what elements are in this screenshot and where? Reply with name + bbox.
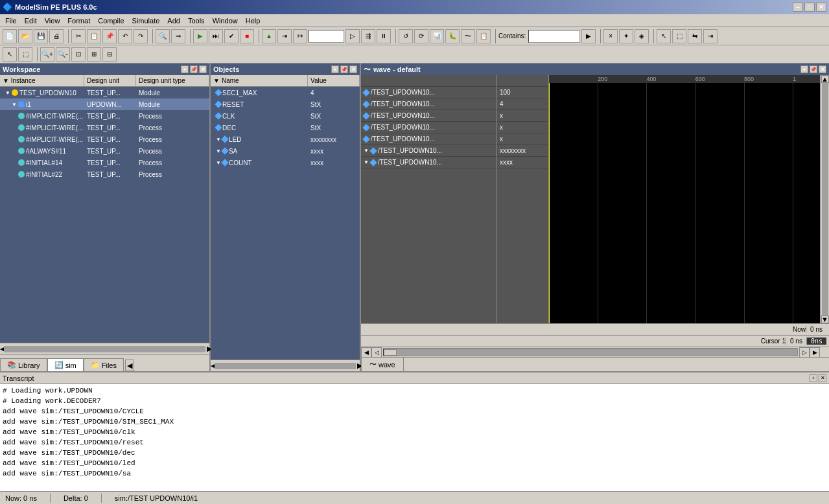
minimize-button[interactable]: ─ [793,3,803,12]
wave-tab[interactable]: 〜 wave [361,357,404,371]
run-cont-button[interactable]: ⇶ [361,29,375,43]
menu-edit[interactable]: Edit [21,16,41,26]
object-row[interactable]: DEC StX [211,122,360,133]
scroll-left-btn[interactable]: ◀ [211,361,213,370]
menu-view[interactable]: View [41,16,64,26]
end-button[interactable]: ⇥ [703,29,718,43]
paste-button[interactable]: 📌 [102,29,117,43]
findnext-button[interactable]: ⇒ [171,29,185,43]
wave2-button[interactable]: ⬚ [18,47,32,62]
debug-button[interactable]: 🐛 [445,29,460,43]
bp-button2[interactable]: ✦ [619,29,633,43]
cursor-button[interactable]: ↖ [657,29,671,43]
cut-button[interactable]: ✂ [71,29,86,43]
menu-tools[interactable]: Tools [184,16,209,26]
save-button[interactable]: 💾 [34,29,48,43]
wave-signal-row[interactable]: /TEST_UPDOWN10... [361,98,496,110]
col-instance[interactable]: ▼ Instance [0,75,84,86]
profile-button[interactable]: 📊 [430,29,444,43]
scroll-right-btn[interactable]: ▶ [207,345,209,353]
object-row[interactable]: CLK StX [211,110,360,122]
open-button[interactable]: 📂 [18,29,32,43]
zoomin-button[interactable]: 🔍+ [40,47,54,62]
tree-row[interactable]: #ALWAYS#11 TEST_UP... Process [0,145,209,157]
hscroll-next-btn[interactable]: ▷ [799,347,810,358]
wave-button[interactable]: 〜 [461,29,475,43]
menu-simulate[interactable]: Simulate [128,16,164,26]
zoom-button[interactable]: ⇆ [688,29,702,43]
col-design-unit[interactable]: Design unit [84,75,136,86]
col-design-unit-type[interactable]: Design unit type [136,75,209,86]
object-row[interactable]: ▼ COUNT xxxx [211,157,360,168]
object-row[interactable]: RESET StX [211,98,360,110]
wave-signal-row[interactable]: /TEST_UPDOWN10... [361,133,496,145]
compile-all-button[interactable]: ⏭ [209,29,223,43]
collapse-btn[interactable]: ◀ [125,360,134,371]
wave-pin-btn[interactable]: 📌 [810,65,817,73]
menu-window[interactable]: Window [209,16,242,26]
select2-button[interactable]: ↖ [3,47,17,62]
break-button[interactable]: ⏸ [377,29,391,43]
expand-icon[interactable]: ▼ [364,148,369,154]
wave-signal-row[interactable]: /TEST_UPDOWN10... [361,110,496,122]
tree-row[interactable]: #IMPLICIT-WIRE(... TEST_UP... Process [0,133,209,145]
tree-row[interactable]: #IMPLICIT-WIRE(... TEST_UP... Process [0,122,209,133]
zoomout-button[interactable]: 🔍- [56,47,70,62]
select-button[interactable]: ⬚ [672,29,686,43]
tab-sim[interactable]: 🔄 sim [47,358,84,371]
zoomfit-button[interactable]: ⊡ [71,47,86,62]
log-button[interactable]: 📋 [476,29,491,43]
expand-icon[interactable]: ▼ [364,159,369,165]
new-button[interactable]: 📄 [3,29,17,43]
bp-button3[interactable]: ◈ [635,29,649,43]
transcript-content[interactable]: # Loading work.UPDOWN # Loading work.DEC… [0,384,829,491]
menu-compile[interactable]: Compile [94,16,128,26]
print-button[interactable]: 🖨 [49,29,64,43]
workspace-expand-btn[interactable]: + [181,65,189,73]
scroll-track[interactable] [4,346,205,352]
menu-format[interactable]: Format [64,16,94,26]
compile-button[interactable]: ▶ [193,29,207,43]
objects-close-btn[interactable]: ✕ [349,65,357,73]
bp-button1[interactable]: × [603,29,618,43]
hscroll-thumb[interactable] [384,349,397,356]
zoomsel-button[interactable]: ⊞ [87,47,101,62]
transcript-close-btn[interactable]: ✕ [819,374,826,382]
hscroll-track[interactable] [383,349,798,356]
menu-help[interactable]: Help [242,16,264,26]
zoomfull-button[interactable]: ⊟ [102,47,117,62]
tree-row[interactable]: ▼ TEST_UPDOWN10 TEST_UP... Module [0,87,209,98]
objects-pin-btn[interactable]: 📌 [340,65,348,73]
wave-signal-row[interactable]: /TEST_UPDOWN10... [361,87,496,98]
stop-button[interactable]: ■ [240,29,254,43]
scroll-right-btn[interactable]: ▶ [357,361,360,370]
wave-signal-row[interactable]: ▼ /TEST_UPDOWN10... [361,157,496,168]
sim-step-button[interactable]: ⇥ [277,29,292,43]
find-button[interactable]: 🔍 [156,29,170,43]
obj-col-name[interactable]: ▼ Name [211,75,308,86]
transcript-expand-btn[interactable]: + [810,374,817,382]
tree-row[interactable]: ▼ i1 UPDOWN... Module [0,98,209,110]
restart-button[interactable]: ⟳ [414,29,428,43]
redo-button[interactable]: ↷ [134,29,148,43]
wave-signal-row[interactable]: /TEST_UPDOWN10... [361,122,496,133]
reset-button[interactable]: ↺ [399,29,413,43]
vscroll-down[interactable]: ▼ [821,315,829,323]
vscroll-up[interactable]: ▲ [821,75,829,83]
wave-graph[interactable]: 200 400 600 800 1 [549,75,820,323]
sim-up-button[interactable]: ▲ [262,29,276,43]
tab-library[interactable]: 📚 Library [0,358,47,371]
vscroll-track[interactable] [822,83,828,315]
wave-close-btn[interactable]: ✕ [819,65,826,73]
object-row[interactable]: ▼ SA xxxx [211,145,360,157]
expand-icon[interactable]: ▼ [216,160,221,166]
obj-col-value[interactable]: Value [308,75,360,86]
contains-go-button[interactable]: ▶ [581,29,596,43]
maximize-button[interactable]: □ [804,3,815,12]
time-input[interactable]: 100 ns [309,30,344,43]
contains-input[interactable] [528,30,580,43]
object-row[interactable]: SEC1_MAX 4 [211,87,360,98]
hscroll-right-btn[interactable]: ▶ [810,347,820,358]
expand-icon[interactable]: ▼ [216,137,221,143]
copy-button[interactable]: 📋 [87,29,101,43]
